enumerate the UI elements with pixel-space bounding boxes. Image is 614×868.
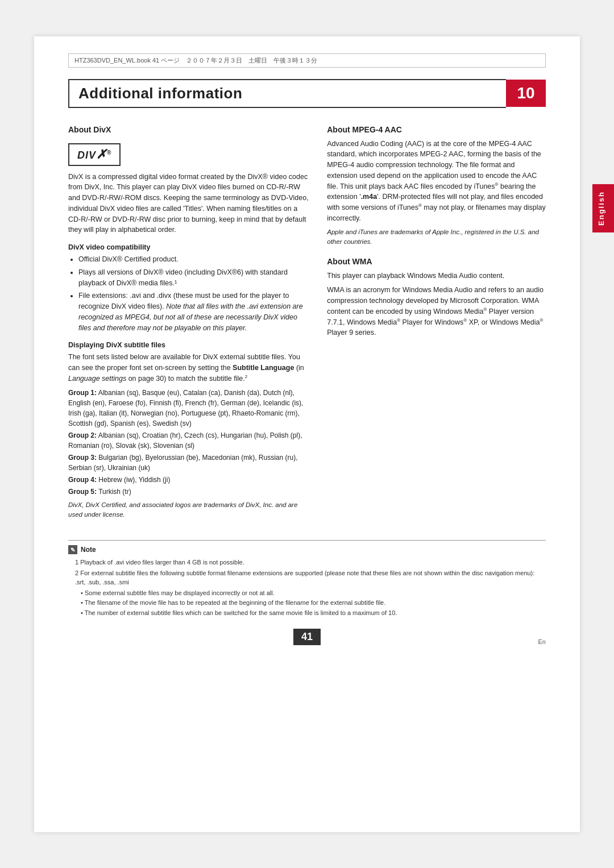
list-item: Official DivX® Certified product. — [78, 254, 310, 265]
about-wma-heading: About WMA — [327, 257, 546, 266]
group-4: Group 4: Hebrew (iw), Yiddish (ji) — [68, 475, 310, 485]
page-number: 41 — [293, 629, 321, 645]
about-divx-heading: About DivX — [68, 125, 310, 134]
note-line-1: 1 Playback of .avi video files larger th… — [68, 558, 546, 567]
page-lang: En — [538, 638, 546, 645]
subtitle-groups: Group 1: Albanian (sq), Basque (eu), Cat… — [68, 388, 310, 497]
group-5: Group 5: Turkish (tr) — [68, 487, 310, 497]
group-3: Group 3: Bulgarian (bg), Byelorussian (b… — [68, 452, 310, 473]
mpeg4-trademark-note: Apple and iTunes are trademarks of Apple… — [327, 227, 546, 247]
displaying-subtitles-heading: Displaying DivX subtitle files — [68, 341, 310, 349]
group-2: Group 2: Albanian (sq), Croatian (hr), C… — [68, 430, 310, 451]
about-mpeg4-text: Advanced Audio Coding (AAC) is at the co… — [327, 139, 546, 224]
note-line-2: 2 For external subtitle files the follow… — [68, 568, 546, 587]
note-label: Note — [81, 546, 96, 554]
chapter-number: 10 — [506, 80, 546, 107]
group-1: Group 1: Albanian (sq), Basque (eu), Cat… — [68, 388, 310, 429]
displaying-subtitles-text: The font sets listed below are available… — [68, 352, 310, 384]
left-column: About DivX DIV✗® DivX is a compressed di… — [68, 125, 310, 524]
right-column: About MPEG-4 AAC Advanced Audio Coding (… — [327, 125, 546, 524]
divx-logo: DIV✗® — [68, 143, 121, 166]
page-footer: 41 En — [68, 629, 546, 645]
divx-compatibility-heading: DivX video compatibility — [68, 243, 310, 251]
divx-compatibility-list: Official DivX® Certified product. Plays … — [68, 254, 310, 333]
list-item: Plays all versions of DivX® video (inclu… — [78, 267, 310, 289]
note-header: ✎ Note — [68, 545, 546, 554]
about-mpeg4-heading: About MPEG-4 AAC — [327, 125, 546, 134]
top-bar: HTZ363DVD_EN_WL.book 41 ページ ２００７年２月３日 土曜… — [68, 53, 546, 68]
list-item: File extensions: .avi and .divx (these m… — [78, 290, 310, 333]
note-box: ✎ Note 1 Playback of .avi video files la… — [68, 540, 546, 617]
about-wma-text1: This player can playback Windows Media A… — [327, 271, 546, 281]
note-icon: ✎ — [68, 545, 77, 554]
about-divx-text: DivX is a compressed digital video forma… — [68, 172, 310, 236]
note-subline-1: Some external subtitle files may be disp… — [68, 588, 546, 598]
about-wma-text2: WMA is an acronym for Windows Media Audi… — [327, 285, 546, 338]
content-area: About DivX DIV✗® DivX is a compressed di… — [68, 125, 546, 524]
top-bar-text: HTZ363DVD_EN_WL.book 41 ページ ２００７年２月３日 土曜… — [74, 57, 317, 64]
divx-trademark-note: DivX, DivX Certified, and associated log… — [68, 500, 310, 520]
side-tab-english: English — [592, 184, 614, 232]
note-subline-2: The filename of the movie file has to be… — [68, 598, 546, 608]
chapter-title: Additional information — [68, 79, 506, 108]
chapter-header: Additional information 10 — [68, 79, 546, 108]
note-subline-3: The number of external subtitle files wh… — [68, 608, 546, 618]
